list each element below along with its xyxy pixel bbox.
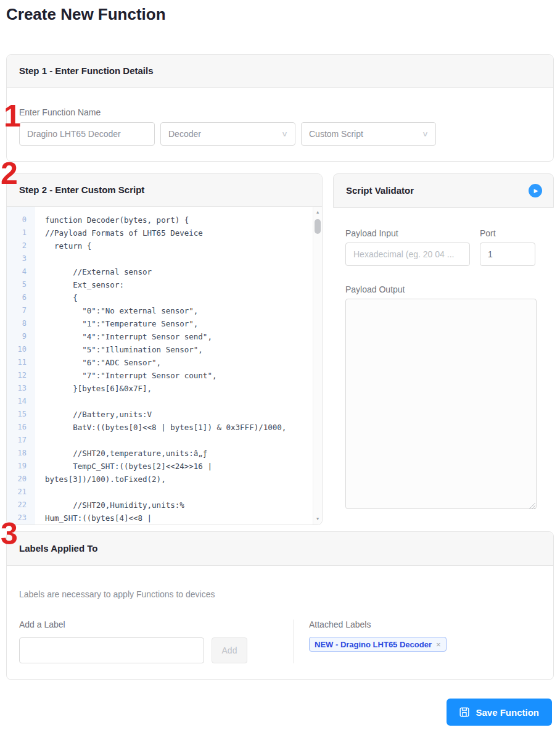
line-number: 9	[7, 330, 35, 343]
code-editor[interactable]: 0function Decoder(bytes, port) {1//Paylo…	[7, 207, 322, 525]
payload-output-textarea[interactable]	[345, 299, 537, 509]
code-text: Hum_SHT:((bytes[4]<<8 |	[35, 512, 152, 525]
payload-input-group: Payload Input	[345, 228, 470, 266]
line-number: 3	[7, 252, 35, 265]
code-text: TempC_SHT:((bytes[2]<<24>>16 |	[35, 460, 212, 473]
function-type-value: Decoder	[168, 129, 201, 139]
line-number: 2	[7, 239, 35, 252]
line-number: 17	[7, 434, 35, 447]
payload-output-wrap	[345, 299, 537, 512]
line-number: 18	[7, 447, 35, 460]
code-line: 13 }[bytes[6]&0x7F],	[7, 382, 322, 395]
line-number: 6	[7, 291, 35, 304]
step1-header: Step 1 - Enter Function Details	[7, 55, 553, 88]
code-line: 2 return {	[7, 239, 322, 252]
line-number: 11	[7, 356, 35, 369]
attached-labels-column: Attached Labels NEW - Dragino LHT65 Deco…	[294, 620, 541, 663]
code-line: 1//Payload Formats of LHT65 Deveice	[7, 226, 322, 239]
code-lines: 0function Decoder(bytes, port) {1//Paylo…	[7, 207, 322, 525]
script-validator-body: Payload Input Port Payload Output	[333, 208, 554, 512]
add-label-input[interactable]	[19, 637, 204, 663]
editor-scrollbar[interactable]: ▲ ▼	[313, 207, 322, 525]
chevron-down-icon: ∨	[281, 130, 288, 138]
line-number: 0	[7, 214, 35, 226]
payload-output-label: Payload Output	[345, 284, 541, 294]
footer-actions: Save Function	[6, 699, 554, 726]
code-line: 22 //SHT20,Humidity,units:%	[7, 499, 322, 512]
line-number: 1	[7, 226, 35, 239]
code-text: "4":"Interrupt Sensor send",	[35, 330, 212, 343]
code-line: 11 "6":"ADC Sensor",	[7, 356, 322, 369]
code-line: 19 TempC_SHT:((bytes[2]<<24>>16 |	[7, 460, 322, 473]
code-line: 17	[7, 434, 322, 447]
function-type-select[interactable]: Decoder ∨	[160, 122, 295, 146]
line-number: 12	[7, 369, 35, 382]
port-label: Port	[480, 228, 535, 238]
port-input[interactable]	[480, 243, 535, 266]
function-details-row: Decoder ∨ Custom Script ∨	[19, 122, 541, 146]
code-text: BatV:((bytes[0]<<8 | bytes[1]) & 0x3FFF)…	[35, 421, 286, 434]
label-tag: NEW - Dragino LHT65 Decoder ×	[309, 637, 447, 652]
code-line: 9 "4":"Interrupt Sensor send",	[7, 330, 322, 343]
line-number: 10	[7, 343, 35, 356]
add-label-column: Add a Label Add	[19, 620, 294, 663]
script-validator-title: Script Validator	[346, 185, 414, 196]
labels-header: Labels Applied To	[7, 532, 553, 566]
line-number: 21	[7, 486, 35, 499]
code-text: "5":"Illumination Sensor",	[35, 343, 203, 356]
add-label-button[interactable]: Add	[212, 637, 247, 663]
labels-description: Labels are necessary to apply Functions …	[19, 589, 541, 599]
run-validator-button[interactable]: ▶	[529, 184, 542, 197]
save-function-label: Save Function	[476, 707, 539, 718]
labels-panel: Labels Applied To Labels are necessary t…	[6, 531, 554, 680]
code-line: 3	[7, 252, 322, 265]
payload-input-label: Payload Input	[345, 228, 470, 238]
remove-label-icon[interactable]: ×	[436, 640, 441, 649]
code-line: 0function Decoder(bytes, port) {	[7, 214, 322, 226]
line-number: 5	[7, 278, 35, 291]
page: Create New Function Step 1 - Enter Funct…	[0, 0, 560, 726]
function-format-select[interactable]: Custom Script ∨	[301, 122, 436, 146]
code-line: 21	[7, 486, 322, 499]
code-text: function Decoder(bytes, port) {	[35, 214, 189, 226]
save-function-button[interactable]: Save Function	[447, 699, 552, 726]
code-line: 7 "0":"No external sensor",	[7, 304, 322, 317]
script-validator-panel: Script Validator ▶ Payload Input Port	[333, 173, 554, 512]
step2-header: Step 2 - Enter Custom Script	[7, 174, 322, 207]
code-text: "0":"No external sensor",	[35, 304, 198, 317]
code-text: }[bytes[6]&0x7F],	[35, 382, 152, 395]
function-name-label: Enter Function Name	[19, 107, 541, 117]
step2-panel: Step 2 - Enter Custom Script 0function D…	[6, 173, 323, 525]
code-text: //SHT20,Humidity,units:%	[35, 499, 184, 512]
code-text: Ext_sensor:	[35, 278, 124, 291]
line-number: 13	[7, 382, 35, 395]
scrollbar-up-icon[interactable]: ▲	[313, 208, 322, 217]
labels-columns: Add a Label Add Attached Labels NEW - Dr…	[19, 620, 541, 663]
validator-inputs-row: Payload Input Port	[345, 228, 541, 266]
function-name-input[interactable]	[19, 122, 155, 146]
scrollbar-down-icon[interactable]: ▼	[313, 515, 322, 523]
scrollbar-thumb[interactable]	[315, 219, 321, 234]
code-text: //SHT20,temperature,units:â„ƒ	[35, 447, 207, 460]
line-number: 7	[7, 304, 35, 317]
play-icon: ▶	[534, 188, 538, 194]
code-line: 4 //External sensor	[7, 265, 322, 278]
code-line: 10 "5":"Illumination Sensor",	[7, 343, 322, 356]
line-number: 19	[7, 460, 35, 473]
function-format-value: Custom Script	[309, 129, 363, 139]
code-line: 18 //SHT20,temperature,units:â„ƒ	[7, 447, 322, 460]
code-text: "6":"ADC Sensor",	[35, 356, 161, 369]
line-number: 16	[7, 421, 35, 434]
line-number: 20	[7, 473, 35, 486]
code-text: "7":"Interrupt Sensor count",	[35, 369, 216, 382]
code-text	[35, 252, 45, 265]
labels-body: Labels are necessary to apply Functions …	[7, 566, 553, 679]
payload-input[interactable]	[345, 243, 470, 266]
code-line: 23Hum_SHT:((bytes[4]<<8 |	[7, 512, 322, 525]
label-tag-text: NEW - Dragino LHT65 Decoder	[315, 640, 432, 649]
save-icon	[459, 707, 469, 717]
code-text: //Payload Formats of LHT65 Deveice	[35, 226, 203, 239]
code-text	[35, 486, 45, 499]
line-number: 4	[7, 265, 35, 278]
add-label-label: Add a Label	[19, 620, 294, 629]
